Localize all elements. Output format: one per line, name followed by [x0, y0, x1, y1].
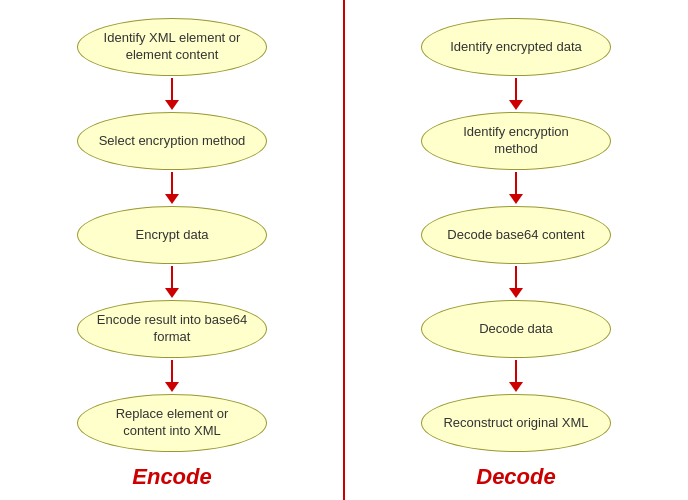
arrow-head — [165, 382, 179, 392]
arrow-3 — [165, 360, 179, 392]
arrow-line — [515, 266, 517, 288]
arrow-head — [509, 288, 523, 298]
decode-column: Identify encrypted data Identify encrypt… — [344, 0, 688, 500]
arrow-1 — [165, 172, 179, 204]
arrow-line — [515, 78, 517, 100]
encode-column: Identify XML element or element content … — [0, 0, 344, 500]
left-col-label: Encode — [132, 456, 211, 490]
node-3: Decode data — [421, 300, 611, 358]
right-col-label: Decode — [476, 456, 555, 490]
arrow-line — [171, 172, 173, 194]
arrow-line — [171, 360, 173, 382]
node-4: Replace element or content into XML — [77, 394, 267, 452]
node-1: Identify encryption method — [421, 112, 611, 170]
arrow-2 — [165, 266, 179, 298]
node-1: Select encryption method — [77, 112, 267, 170]
node-3: Encode result into base64 format — [77, 300, 267, 358]
divider — [343, 0, 345, 500]
node-4: Reconstruct original XML — [421, 394, 611, 452]
node-0: Identify encrypted data — [421, 18, 611, 76]
arrow-0 — [165, 78, 179, 110]
node-0: Identify XML element or element content — [77, 18, 267, 76]
arrow-head — [509, 382, 523, 392]
arrow-2 — [509, 266, 523, 298]
arrow-3 — [509, 360, 523, 392]
arrow-head — [509, 194, 523, 204]
arrow-1 — [509, 172, 523, 204]
arrow-head — [509, 100, 523, 110]
arrow-0 — [509, 78, 523, 110]
diagram-container: Identify XML element or element content … — [0, 0, 688, 500]
arrow-head — [165, 194, 179, 204]
node-2: Decode base64 content — [421, 206, 611, 264]
arrow-line — [171, 78, 173, 100]
arrow-head — [165, 288, 179, 298]
arrow-line — [171, 266, 173, 288]
arrow-head — [165, 100, 179, 110]
arrow-line — [515, 172, 517, 194]
arrow-line — [515, 360, 517, 382]
node-2: Encrypt data — [77, 206, 267, 264]
